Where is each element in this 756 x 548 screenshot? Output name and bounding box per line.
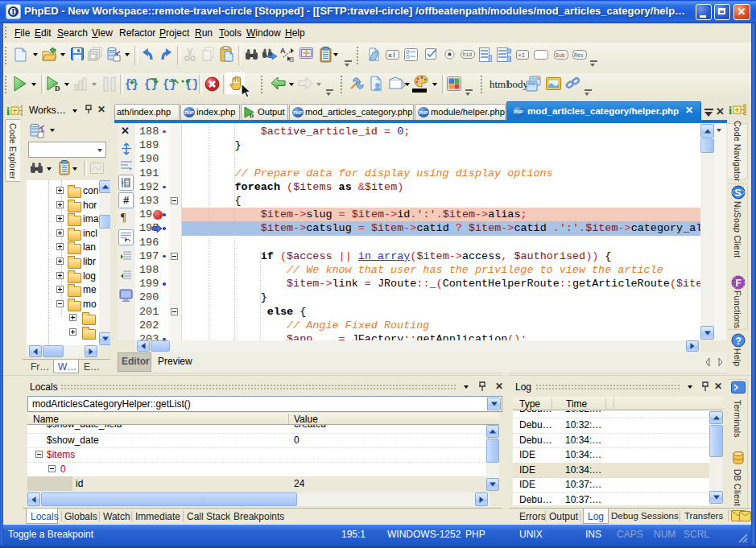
svg-text:?: ? — [736, 336, 742, 347]
svg-text:×I: ×I — [518, 52, 525, 59]
svg-text:D: D — [250, 113, 254, 118]
svg-text:i: i — [6, 105, 10, 117]
svg-text:i: i — [729, 104, 732, 117]
svg-text:Res: Res — [574, 53, 584, 59]
svg-text:A: A — [280, 47, 286, 55]
svg-text:a: a — [388, 52, 392, 59]
svg-text:F: F — [736, 278, 742, 289]
svg-text:D: D — [55, 84, 60, 93]
svg-text:{}: {} — [163, 78, 176, 91]
svg-text:Sub: Sub — [556, 53, 565, 59]
svg-text:hid: hid — [463, 52, 473, 58]
